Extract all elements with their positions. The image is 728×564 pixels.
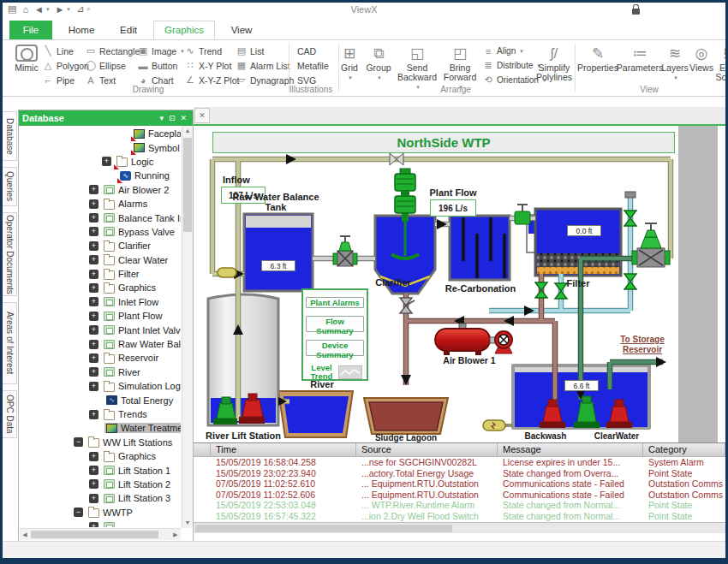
tree-expander-icon[interactable] bbox=[89, 367, 98, 377]
tree-expander-icon[interactable] bbox=[74, 508, 83, 517]
side-tab-queries[interactable]: Queries bbox=[3, 167, 17, 206]
tree-item[interactable]: Water Treatmen bbox=[20, 421, 181, 435]
side-tab-areas-of-interest[interactable]: Areas of Interest bbox=[3, 302, 17, 384]
ribbon-item-alarm-list[interactable]: ▦Alarm List bbox=[236, 59, 290, 72]
tree-item[interactable]: Graphics bbox=[20, 449, 181, 463]
tree-expander-icon[interactable] bbox=[89, 270, 98, 279]
ribbon-item-list[interactable]: ▤List bbox=[236, 45, 264, 57]
parameters-button[interactable]: ≔Parameters bbox=[619, 43, 660, 73]
ribbon-item-trend[interactable]: ∿Trend bbox=[184, 45, 222, 57]
tree-expander-icon[interactable] bbox=[89, 494, 98, 503]
tree-expander-icon[interactable] bbox=[89, 199, 98, 209]
tree-expander-icon[interactable] bbox=[89, 213, 98, 223]
level-trend-button[interactable]: Level Trend bbox=[308, 364, 362, 381]
document-tab-close-icon[interactable]: ✕ bbox=[194, 108, 210, 123]
tree-expander-icon[interactable] bbox=[89, 452, 98, 461]
alarm-row[interactable]: 15/05/2019 23:02:23.940 ...actory.Total … bbox=[194, 468, 725, 479]
tree-item[interactable]: WW Lift Stations bbox=[20, 436, 181, 449]
panel-close-icon[interactable]: ✕ bbox=[177, 114, 189, 122]
tree-item[interactable]: Running bbox=[20, 169, 181, 182]
properties-button[interactable]: ✎Properties bbox=[578, 43, 618, 73]
tree-expander-icon[interactable] bbox=[89, 466, 98, 475]
simplify-polylines-button[interactable]: ʃ/Simplify Polylines bbox=[535, 43, 573, 82]
tree-item[interactable]: Bypass Valve bbox=[20, 225, 181, 239]
ribbon-item-rectangle[interactable]: ▭Rectangle bbox=[85, 45, 140, 57]
tree-expander-icon[interactable] bbox=[89, 340, 98, 349]
tree-expander-icon[interactable] bbox=[89, 410, 98, 419]
tree-item[interactable]: Logic bbox=[20, 155, 181, 169]
ribbon-item-button[interactable]: ▬Button bbox=[137, 59, 177, 72]
ribbon-item-cad[interactable]: CAD bbox=[297, 45, 316, 57]
alarm-row[interactable]: 07/05/2019 11:02:52.610 ... Equipment.RT… bbox=[194, 478, 725, 490]
tab-file[interactable]: File bbox=[9, 21, 52, 39]
tree-expander-icon[interactable] bbox=[89, 312, 98, 321]
tab-view[interactable]: View bbox=[220, 21, 263, 39]
layers-button[interactable]: ≋Layers bbox=[662, 43, 688, 82]
tree-item[interactable]: Air Blower 2 bbox=[20, 183, 181, 197]
tree-item[interactable]: Balance Tank Inl bbox=[20, 211, 181, 224]
tree-expander-icon[interactable] bbox=[89, 241, 98, 251]
tab-graphics[interactable]: Graphics bbox=[153, 21, 215, 39]
distribute-button[interactable]: ≣Distribute bbox=[482, 59, 540, 72]
tree-expander-icon[interactable] bbox=[89, 325, 98, 335]
ribbon-item-metafile[interactable]: Metafile bbox=[297, 59, 329, 72]
alarm-col-message[interactable]: Message bbox=[498, 443, 643, 456]
tree-expander-icon[interactable] bbox=[89, 227, 98, 236]
plant-alarms-button[interactable]: Plant Alarms bbox=[306, 297, 364, 308]
scroll-right-icon[interactable]: ▶ bbox=[170, 529, 181, 540]
views-button[interactable]: ◎Views bbox=[689, 43, 713, 73]
tree-expander-icon[interactable] bbox=[74, 437, 83, 447]
tree-expander-icon[interactable] bbox=[89, 255, 98, 264]
tree-item[interactable]: Reservoir bbox=[20, 351, 181, 365]
tree-item[interactable]: Inlet Flow bbox=[20, 295, 181, 309]
tree-item[interactable]: Total Energy bbox=[20, 393, 181, 407]
tree-expander-icon[interactable] bbox=[89, 522, 98, 527]
tree-expander-icon[interactable] bbox=[89, 353, 98, 363]
tree-expander-icon[interactable] bbox=[89, 283, 98, 293]
plant-inlet-valve[interactable] bbox=[333, 236, 357, 266]
side-tab-opc-data[interactable]: OPC Data bbox=[3, 390, 17, 438]
scrollbar-thumb[interactable] bbox=[31, 531, 158, 538]
scrollbar-thumb[interactable] bbox=[183, 138, 192, 232]
ribbon-item-ellipse[interactable]: ◯Ellipse bbox=[85, 59, 126, 72]
filter-inlet-valve[interactable] bbox=[515, 205, 530, 224]
tab-edit[interactable]: Edit bbox=[109, 21, 148, 39]
device-summary-button[interactable]: Device Summary bbox=[306, 340, 364, 356]
tree-item[interactable]: Plant Inlet Valve bbox=[20, 323, 181, 336]
tree-item[interactable] bbox=[20, 519, 181, 527]
scrollbar-thumb[interactable] bbox=[195, 525, 452, 532]
alarm-row[interactable]: 15/05/2019 22:53:03.048 ... WTP.River.Ru… bbox=[194, 500, 725, 511]
side-tab-operator-documents[interactable]: Operator Documents bbox=[3, 212, 17, 296]
tree-item[interactable]: Lift Station 3 bbox=[20, 491, 181, 505]
lock-icon[interactable] bbox=[632, 9, 640, 15]
alarm-row[interactable]: 15/05/2019 16:58:04.258 ...nse for SGCHG… bbox=[194, 457, 725, 468]
scroll-up-icon[interactable]: ▲ bbox=[182, 126, 193, 136]
clarifier-drain-valve[interactable] bbox=[400, 298, 415, 313]
tree-item[interactable]: Faceplate bbox=[20, 127, 181, 140]
mimic-button[interactable]: Mimic bbox=[11, 43, 42, 73]
group-button[interactable]: ⧉Group bbox=[364, 43, 393, 82]
alarm-col-time[interactable]: Time bbox=[211, 443, 356, 456]
tree-item[interactable]: Filter bbox=[20, 267, 181, 281]
scroll-left-icon[interactable]: ◀ bbox=[20, 529, 30, 540]
tree-item[interactable]: Lift Station 1 bbox=[20, 463, 181, 477]
ribbon-item-xy-plot[interactable]: ∷X-Y Plot bbox=[184, 59, 231, 72]
tree-horizontal-scrollbar[interactable]: ◀ ▶ bbox=[20, 528, 181, 540]
tree-expander-icon[interactable] bbox=[102, 157, 111, 166]
tab-home[interactable]: Home bbox=[59, 21, 104, 39]
tree-item[interactable]: Trends bbox=[20, 407, 181, 421]
tree-item[interactable]: River bbox=[20, 365, 181, 379]
side-tab-database[interactable]: Database bbox=[3, 111, 17, 161]
tree-expander-icon[interactable] bbox=[89, 479, 98, 489]
panel-pin-icon[interactable]: ⊡ bbox=[166, 114, 178, 122]
ribbon-item-polygon[interactable]: △Polygon bbox=[42, 59, 89, 72]
alarm-row[interactable]: 15/05/2019 16:57:45.322 ...ion 2.Dry Wel… bbox=[194, 511, 725, 522]
alarm-horizontal-scrollbar[interactable] bbox=[194, 522, 725, 533]
tree-vertical-scrollbar[interactable]: ▲ ▼ bbox=[182, 126, 193, 528]
storage-outlet-valve[interactable] bbox=[632, 223, 670, 267]
tree-item[interactable]: Plant Flow bbox=[20, 309, 181, 323]
tree-item[interactable]: Symbol bbox=[20, 140, 181, 154]
ribbon-item-line[interactable]: ╲Line bbox=[42, 45, 74, 57]
panel-menu-caret-icon[interactable]: ▾ bbox=[157, 114, 166, 122]
flow-summary-button[interactable]: Flow Summary bbox=[306, 316, 364, 332]
